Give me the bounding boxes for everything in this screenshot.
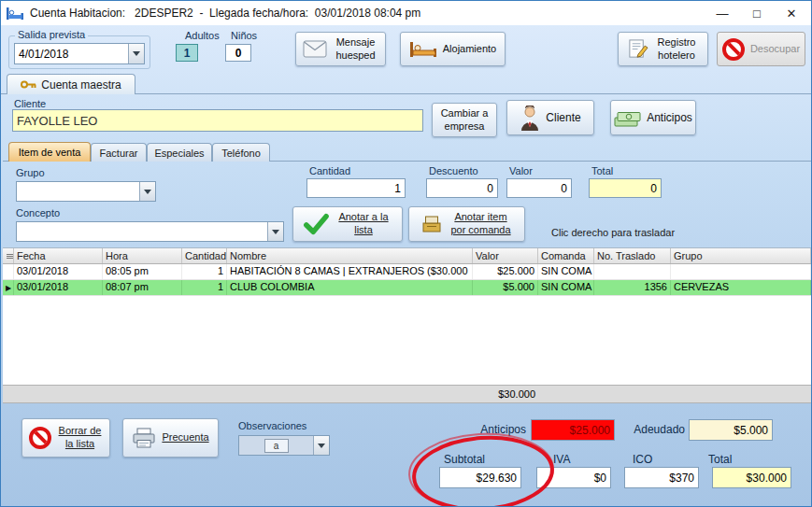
- borrar-lista-button[interactable]: Borrar de la lista: [21, 418, 110, 458]
- table-corner-icon: [3, 248, 14, 263]
- concepto-label: Concepto: [16, 207, 60, 218]
- cantidad-input[interactable]: 1: [306, 178, 406, 198]
- observaciones-select[interactable]: a: [238, 435, 330, 456]
- traslado-hint: Clic derecho para trasladar: [551, 227, 675, 238]
- grupo-label: Grupo: [16, 167, 45, 178]
- table-body: 03/01/2018 08:05 pm 1 HABITACIÓN 8 CAMAS…: [3, 264, 811, 386]
- cambiar-empresa-button[interactable]: Cambiar a empresa: [432, 103, 497, 137]
- column-header-comanda[interactable]: Comanda: [538, 248, 594, 263]
- app-window: Cuenta Habitacion: 2DESPER2 - Llegada fe…: [0, 0, 812, 507]
- tab-telefono[interactable]: Teléfono: [212, 143, 270, 162]
- tab-item-de-venta[interactable]: Item de venta: [8, 142, 91, 162]
- iva-field[interactable]: $0: [536, 467, 611, 488]
- anticipos-label: Anticipos: [468, 423, 526, 436]
- prohibition-icon: [29, 427, 51, 449]
- register-form-icon: [627, 38, 648, 60]
- grand-total-label: Total: [708, 453, 732, 466]
- column-header-cantidad[interactable]: Cantidad: [182, 248, 227, 263]
- descuento-input[interactable]: 0: [426, 178, 498, 198]
- salida-prevista-select[interactable]: 4/01/2018: [14, 43, 145, 64]
- grupo-select[interactable]: [16, 181, 156, 202]
- prohibition-icon: [722, 38, 745, 61]
- window-title: Cuenta Habitacion: 2DESPER2 - Llegada fe…: [30, 7, 702, 20]
- close-button[interactable]: ✕: [777, 3, 805, 23]
- alojamiento-button[interactable]: Alojamiento: [400, 32, 506, 66]
- registro-hotelero-button[interactable]: Registro hotelero: [618, 32, 708, 66]
- column-header-fecha[interactable]: Fecha: [14, 248, 103, 263]
- precuenta-button[interactable]: Precuenta: [122, 418, 219, 458]
- cliente-input[interactable]: FAYOLLE LEO: [12, 109, 423, 132]
- desocupar-button[interactable]: Desocupar: [717, 32, 805, 66]
- adultos-field[interactable]: 1: [176, 44, 198, 62]
- cliente-button[interactable]: Cliente: [506, 100, 594, 135]
- bed-icon: [409, 39, 437, 60]
- descuento-label: Descuento: [429, 165, 478, 176]
- salida-prevista-value: 4/01/2018: [15, 44, 128, 63]
- valor-input[interactable]: 0: [506, 178, 572, 198]
- total-input[interactable]: 0: [589, 178, 662, 198]
- chevron-down-icon: [128, 44, 144, 63]
- anotar-comanda-button[interactable]: Anotar item por comanda: [408, 206, 525, 242]
- comanda-icon: [420, 214, 443, 234]
- iva-label: IVA: [553, 453, 570, 466]
- table-row[interactable]: 03/01/2018 08:05 pm 1 HABITACIÓN 8 CAMAS…: [3, 264, 811, 280]
- subtotal-field[interactable]: $29.630: [439, 467, 521, 488]
- tab-cuenta-maestra-label: Cuenta maestra: [41, 78, 121, 92]
- table-footer: $30.000: [3, 386, 811, 403]
- anotar-lista-button[interactable]: Anotar a la lista: [292, 206, 403, 242]
- observaciones-label: Observaciones: [238, 420, 306, 431]
- app-icon: [7, 7, 23, 21]
- money-icon: [614, 108, 641, 128]
- chevron-down-icon: [313, 436, 329, 455]
- anticipos-field[interactable]: $25.000: [531, 419, 615, 441]
- adultos-label: Adultos: [185, 30, 220, 41]
- tab-facturar[interactable]: Facturar: [91, 143, 147, 162]
- envelope-icon: [303, 40, 327, 58]
- table-row-selected[interactable]: ▶ 03/01/2018 08:07 pm 1 CLUB COLOMBIA $5…: [3, 280, 811, 296]
- adeudado-label: Adeudado: [625, 423, 685, 436]
- maximize-button[interactable]: □: [743, 3, 771, 23]
- chevron-down-icon: [139, 182, 155, 201]
- titlebar: Cuenta Habitacion: 2DESPER2 - Llegada fe…: [1, 1, 811, 25]
- concepto-value: [17, 222, 267, 241]
- column-header-nombre[interactable]: Nombre: [227, 248, 473, 263]
- ninos-label: Niños: [231, 30, 257, 41]
- minimize-button[interactable]: —: [708, 3, 736, 23]
- salida-prevista-label: Salida prevista: [15, 29, 88, 40]
- anticipos-button[interactable]: Anticipos: [610, 100, 696, 135]
- subtotal-label: Subtotal: [444, 453, 485, 466]
- column-header-hora[interactable]: Hora: [103, 248, 182, 263]
- adeudado-field[interactable]: $5.000: [689, 419, 773, 441]
- total-label: Total: [591, 165, 613, 176]
- valor-column-total: $30.000: [473, 388, 538, 400]
- grand-total-field[interactable]: $30.000: [712, 467, 791, 488]
- column-header-grupo[interactable]: Grupo: [671, 248, 811, 263]
- column-header-valor[interactable]: Valor: [473, 248, 538, 263]
- cliente-label: Cliente: [14, 98, 46, 109]
- observaciones-value: a: [264, 439, 289, 453]
- ico-label: ICO: [633, 453, 652, 466]
- printer-icon: [132, 428, 156, 448]
- tab-cuenta-maestra[interactable]: Cuenta maestra: [7, 74, 135, 94]
- ninos-field[interactable]: 0: [225, 44, 251, 62]
- column-header-traslado[interactable]: No. Traslado: [594, 248, 671, 263]
- selected-row-marker: ▶: [6, 284, 11, 292]
- concepto-select[interactable]: [16, 221, 284, 242]
- grupo-value: [17, 182, 139, 201]
- key-icon: [21, 79, 36, 90]
- cantidad-label: Cantidad: [309, 165, 350, 176]
- table-header: Fecha Hora Cantidad Nombre Valor Comanda…: [3, 247, 811, 264]
- tab-especiales[interactable]: Especiales: [147, 143, 212, 162]
- ico-field[interactable]: $370: [624, 467, 699, 488]
- person-icon: [520, 106, 540, 131]
- mensaje-huesped-button[interactable]: Mensaje huesped: [295, 32, 386, 66]
- valor-label: Valor: [509, 165, 533, 176]
- items-table: Fecha Hora Cantidad Nombre Valor Comanda…: [3, 247, 811, 403]
- chevron-down-icon: [267, 222, 283, 241]
- green-check-icon: [303, 213, 329, 235]
